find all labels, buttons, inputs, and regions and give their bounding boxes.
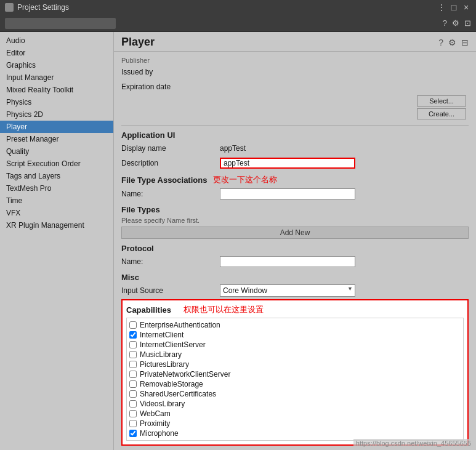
cap-pictures-library-label: PicturesLibrary — [140, 360, 189, 369]
sidebar-item-mixed-reality[interactable]: Mixed Reality Toolkit — [0, 84, 113, 96]
sidebar-item-editor[interactable]: Editor — [0, 47, 113, 59]
cap-internet-client: InternetClient — [129, 331, 461, 339]
capabilities-annotation: 权限也可以在这里设置 — [184, 304, 264, 315]
protocol-name-label: Name: — [121, 257, 220, 266]
file-type-annotation: 更改一下这个名称 — [213, 174, 277, 185]
close-btn[interactable]: × — [461, 2, 471, 12]
help-icon[interactable]: ? — [443, 18, 447, 28]
sidebar-item-script-execution[interactable]: Script Execution Order — [0, 158, 113, 170]
description-label: Description — [121, 159, 220, 167]
title-bar-controls: ⋮ □ × — [437, 2, 471, 12]
cap-pictures-library: PicturesLibrary — [129, 360, 461, 369]
cap-removable-storage-check[interactable] — [129, 380, 137, 388]
maximize-btn[interactable]: □ — [449, 2, 459, 12]
cap-proximity-check[interactable] — [129, 420, 137, 427]
sidebar-item-tags-layers[interactable]: Tags and Layers — [0, 170, 113, 182]
cap-internet-client-server: InternetClientServer — [129, 340, 461, 349]
content-area: Player ? ⚙ ⊟ Publisher Issued by Expirat… — [114, 32, 476, 450]
sidebar-item-vfx[interactable]: VFX — [0, 207, 113, 219]
sidebar-item-xr-plugin[interactable]: XR Plugin Management — [0, 219, 113, 231]
fta-name-input[interactable] — [220, 188, 355, 199]
cap-webcam-check[interactable] — [129, 410, 137, 417]
cap-microphone-label: Microphone — [140, 429, 179, 438]
sidebar-item-time[interactable]: Time — [0, 195, 113, 207]
capabilities-list: EnterpriseAuthentication InternetClient … — [127, 318, 463, 441]
cap-shared-user-certs: SharedUserCertificates — [129, 390, 461, 398]
cap-private-network: PrivateNetworkClientServer — [129, 370, 461, 379]
cap-shared-user-certs-label: SharedUserCertificates — [140, 390, 216, 398]
sidebar-item-input-manager[interactable]: Input Manager — [0, 71, 113, 84]
sidebar: Audio Editor Graphics Input Manager Mixe… — [0, 32, 114, 450]
cap-videos-library-check[interactable] — [129, 400, 137, 408]
help-icon-content[interactable]: ? — [438, 38, 443, 47]
cap-proximity-label: Proximity — [140, 419, 170, 428]
description-input[interactable] — [220, 158, 355, 169]
issued-by-label: Issued by — [121, 68, 220, 76]
sidebar-item-graphics[interactable]: Graphics — [0, 59, 113, 71]
cap-enterprise-auth-label: EnterpriseAuthentication — [140, 321, 220, 329]
misc-section: Misc Input Source Core Window — [121, 273, 469, 297]
cap-internet-client-server-check[interactable] — [129, 341, 137, 348]
select-button[interactable]: Select... — [417, 95, 466, 106]
sidebar-item-player[interactable]: Player — [0, 121, 113, 133]
title-bar-title: Project Settings — [17, 3, 433, 12]
cap-webcam: WebCam — [129, 409, 461, 418]
protocol-section: Protocol Name: — [121, 244, 469, 268]
toolbar-icons: ? ⚙ ⊡ — [443, 18, 471, 28]
add-new-button[interactable]: Add New — [121, 227, 469, 239]
collapse-icon-content[interactable]: ⊟ — [461, 38, 469, 47]
publisher-label: Publisher — [121, 57, 469, 64]
protocol-name-input[interactable] — [220, 256, 355, 267]
protocol-header: Protocol — [121, 244, 469, 253]
capabilities-title: Capabilities — [126, 305, 171, 315]
settings-icon[interactable]: ⚙ — [452, 18, 459, 28]
input-source-row: Input Source Core Window — [121, 284, 469, 297]
description-row: Description — [121, 157, 469, 169]
content-body: Publisher Issued by Expiration date Sele… — [114, 52, 476, 450]
cap-music-library-check[interactable] — [129, 351, 137, 358]
cap-proximity: Proximity — [129, 419, 461, 428]
cap-private-network-check[interactable] — [129, 371, 137, 378]
application-ui-header: Application UI — [121, 131, 469, 140]
cap-internet-client-server-label: InternetClientServer — [140, 340, 206, 349]
cap-private-network-label: PrivateNetworkClientServer — [140, 370, 230, 379]
cap-removable-storage: RemovableStorage — [129, 380, 461, 388]
toolbar: ? ⚙ ⊡ — [0, 15, 476, 32]
sidebar-item-quality[interactable]: Quality — [0, 145, 113, 158]
fta-name-row: Name: — [121, 188, 469, 200]
expiration-date-row: Expiration date — [121, 81, 469, 93]
cap-webcam-label: WebCam — [140, 409, 171, 418]
cap-enterprise-auth-check[interactable] — [129, 321, 137, 329]
capabilities-section: Capabilities 权限也可以在这里设置 EnterpriseAuthen… — [121, 299, 469, 446]
search-input[interactable] — [5, 18, 116, 29]
cap-microphone-check[interactable] — [129, 430, 137, 437]
settings-icon-content[interactable]: ⚙ — [448, 38, 456, 47]
cap-shared-user-certs-check[interactable] — [129, 390, 137, 398]
content-header: Player ? ⚙ ⊟ — [114, 32, 476, 52]
capabilities-header: Capabilities 权限也可以在这里设置 — [126, 304, 464, 315]
misc-header: Misc — [121, 273, 469, 282]
sidebar-item-preset-manager[interactable]: Preset Manager — [0, 133, 113, 145]
sidebar-item-physics-2d[interactable]: Physics 2D — [0, 108, 113, 121]
sidebar-item-textmesh[interactable]: TextMesh Pro — [0, 182, 113, 195]
input-source-select[interactable]: Core Window — [220, 284, 355, 297]
create-button[interactable]: Create... — [417, 108, 466, 119]
input-source-wrapper: Core Window — [220, 284, 355, 297]
sidebar-item-physics[interactable]: Physics — [0, 96, 113, 108]
sidebar-item-audio[interactable]: Audio — [0, 34, 113, 47]
cap-music-library-label: MusicLibrary — [140, 350, 182, 359]
content-title: Player — [121, 36, 155, 49]
cap-internet-client-label: InternetClient — [140, 331, 184, 339]
layout-icon[interactable]: ⊡ — [464, 18, 471, 28]
content-header-icons: ? ⚙ ⊟ — [438, 38, 469, 47]
cap-enterprise-auth: EnterpriseAuthentication — [129, 321, 461, 329]
cap-microphone: Microphone — [129, 429, 461, 438]
capabilities-scroll[interactable]: EnterpriseAuthentication InternetClient … — [126, 318, 464, 441]
expiration-date-label: Expiration date — [121, 82, 220, 91]
menu-btn[interactable]: ⋮ — [437, 2, 446, 12]
cap-pictures-library-check[interactable] — [129, 361, 137, 368]
cap-internet-client-check[interactable] — [129, 331, 137, 339]
file-types-note: Please specify Name first. — [121, 217, 469, 224]
publisher-section: Publisher Issued by Expiration date Sele… — [121, 57, 469, 121]
file-type-associations-section: File Type Associations 更改一下这个名称 Name: — [121, 174, 469, 200]
